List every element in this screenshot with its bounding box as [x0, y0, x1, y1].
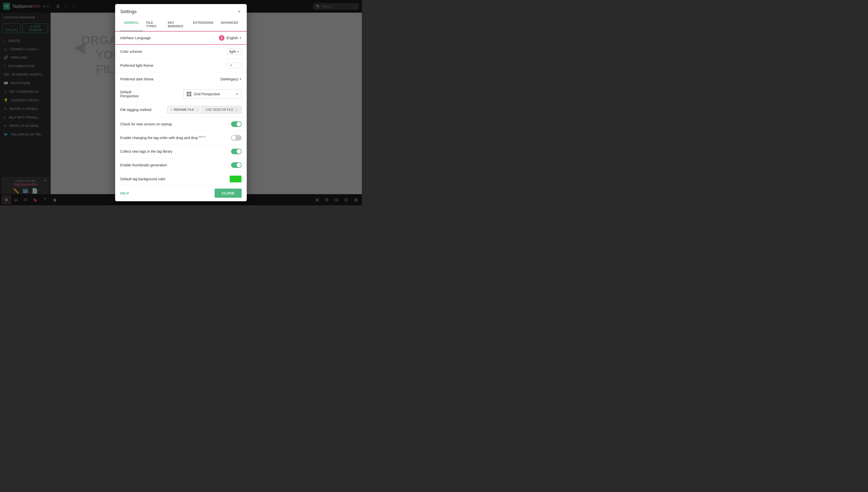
setting-collect-tags: Collect new tags in the tag library — [115, 145, 247, 158]
setting-color-scheme: Color scheme light ▼ — [115, 45, 247, 59]
tab-general[interactable]: GENERAL — [120, 19, 143, 31]
check-new-version-label: Check for new version on startup — [120, 122, 231, 126]
interface-language-label: Interface Language — [120, 36, 219, 40]
file-tagging-group: ✓ RENAME FILE i USE SIDECAR FILE i — [167, 106, 242, 114]
tag-order-label: Enable changing the tag order with drag … — [120, 136, 231, 140]
collect-tags-label: Collect new tags in the tag library — [120, 149, 231, 153]
grid-perspective-icon — [187, 92, 191, 96]
tag-order-toggle[interactable] — [231, 135, 242, 141]
interface-language-value: English — [227, 36, 238, 40]
color-scheme-arrow: ▼ — [237, 50, 239, 53]
setting-default-perspective: DefaultPerspective Grid Perspective ▼ — [115, 86, 247, 102]
preferred-dark-theme-arrow: ▼ — [239, 78, 242, 80]
dialog-body: Interface Language 2 English ▼ Color sch… — [115, 31, 247, 185]
dialog-tabs: GENERAL FILE TYPES KEY BINDINGS EXTENSIO… — [115, 19, 247, 31]
tab-advanced[interactable]: ADVANCED — [217, 19, 242, 31]
perspective-arrow: ▼ — [236, 93, 238, 96]
color-scheme-value: light — [229, 50, 236, 54]
check-new-version-knob — [237, 122, 241, 126]
tab-extensions[interactable]: EXTENSIONS — [190, 19, 217, 31]
setting-tag-bg-color: Default tag background color — [115, 172, 247, 185]
setting-thumbnails: Enable thumbnails generation — [115, 158, 247, 172]
preferred-light-theme-select[interactable]: ▼ — [227, 63, 242, 68]
setting-tag-order: Enable changing the tag order with drag … — [115, 131, 247, 145]
dialog-header: Settings × — [115, 4, 247, 16]
thumbnails-knob — [237, 163, 241, 167]
preferred-light-theme-arrow: ▼ — [230, 64, 232, 67]
setting-file-tagging: File tagging method ✓ RENAME FILE i USE … — [115, 102, 247, 117]
help-button[interactable]: HELP — [120, 191, 129, 195]
modal-overlay: Settings × GENERAL FILE TYPES KEY BINDIN… — [0, 0, 362, 205]
collect-tags-toggle[interactable] — [231, 149, 242, 154]
dialog-title: Settings — [120, 9, 137, 15]
tab-file-types[interactable]: FILE TYPES — [143, 19, 164, 31]
setting-check-new-version: Check for new version on startup — [115, 117, 247, 131]
interface-language-select[interactable]: English ▼ — [227, 36, 242, 40]
default-perspective-select[interactable]: Grid Perspective ▼ — [184, 90, 242, 99]
preferred-light-theme-label: Preferred light theme — [120, 64, 227, 68]
tag-bg-color-swatch[interactable] — [230, 175, 242, 182]
settings-dialog: Settings × GENERAL FILE TYPES KEY BINDIN… — [115, 4, 247, 201]
color-scheme-label: Color scheme — [120, 50, 227, 54]
setting-preferred-light-theme: Preferred light theme ▼ — [115, 59, 247, 72]
perspective-value: Grid Perspective — [194, 92, 233, 96]
dialog-close-x-button[interactable]: × — [237, 8, 242, 16]
preferred-dark-theme-select[interactable]: Darklegacy ▼ — [220, 77, 242, 81]
thumbnails-toggle[interactable] — [231, 162, 242, 168]
checkmark-icon: ✓ — [170, 108, 173, 112]
tag-bg-color-label: Default tag background color — [120, 177, 230, 181]
beta-badge: BETA — [199, 136, 206, 138]
default-perspective-label: DefaultPerspective — [120, 90, 184, 98]
dialog-footer: HELP CLOSE — [115, 185, 247, 201]
interface-language-arrow: ▼ — [239, 36, 242, 40]
use-sidecar-button[interactable]: USE SIDECAR FILE i — [203, 106, 242, 114]
check-new-version-toggle[interactable] — [231, 121, 242, 127]
rename-file-button[interactable]: ✓ RENAME FILE i — [167, 106, 203, 114]
setting-interface-language: Interface Language 2 English ▼ — [115, 31, 247, 45]
collect-tags-knob — [237, 149, 241, 154]
tab-key-bindings[interactable]: KEY BINDINGS — [164, 19, 190, 31]
interface-language-control: 2 English ▼ — [219, 35, 242, 41]
sidecar-info-icon[interactable]: i — [234, 108, 238, 112]
color-scheme-select[interactable]: light ▼ — [227, 48, 242, 55]
tag-order-knob — [232, 136, 236, 140]
file-tagging-label: File tagging method — [120, 108, 167, 112]
setting-preferred-dark-theme: Preferred dark theme Darklegacy ▼ — [115, 72, 247, 86]
preferred-dark-theme-label: Preferred dark theme — [120, 77, 220, 81]
preferred-dark-theme-value: Darklegacy — [220, 77, 238, 81]
interface-language-badge: 2 — [219, 35, 225, 41]
thumbnails-label: Enable thumbnails generation — [120, 163, 231, 167]
rename-file-info-icon[interactable]: i — [195, 108, 199, 112]
close-dialog-button[interactable]: CLOSE — [215, 189, 242, 198]
